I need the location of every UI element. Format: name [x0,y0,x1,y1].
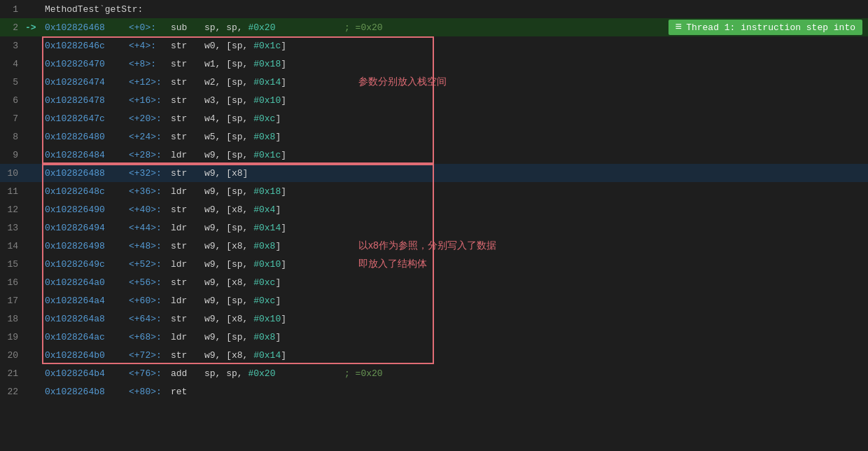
address: 0x102826484 [45,150,129,160]
mnemonic: ldr [171,223,204,233]
address: 0x10282648c [45,186,129,197]
line-content: 0x102826480<+24>:strw5, [sp, #0x8] [42,132,868,142]
mnemonic: str [171,132,204,142]
operands: w9, [sp, #0x14] [204,223,330,233]
code-line: 150x10282649c<+52>:ldrw9, [sp, #0x10]即放入… [0,255,868,273]
operands: w2, [sp, #0x14] [204,77,330,88]
line-number: 21 [0,368,25,379]
line-content: 0x102826474<+12>:strw2, [sp, #0x14]参数分别放… [42,76,868,88]
line-number: 13 [0,223,25,233]
line-number: 14 [0,241,25,251]
operands: w0, [sp, #0x1c] [204,41,330,51]
mnemonic: str [171,204,204,215]
mnemonic: ldr [171,332,204,342]
thread-menu-icon[interactable]: ≡ [676,21,682,34]
offset: <+28>: [129,150,171,160]
offset: <+24>: [129,132,171,142]
code-line: 210x1028264b4<+76>:addsp, sp, #0x20; =0x… [0,364,868,382]
line-number: 7 [0,113,25,124]
operands: w9, [x8, #0x10] [204,314,330,324]
line-number: 12 [0,204,25,215]
code-line: 80x102826480<+24>:strw5, [sp, #0x8] [0,127,868,146]
line-content: 0x1028264b8<+80>:ret [42,387,868,397]
offset: <+20>: [129,113,171,124]
mnemonic: sub [171,22,204,33]
thread-badge: ≡Thread 1: instruction step into [668,20,862,35]
mnemonic: ldr [171,150,204,160]
mnemonic: ret [171,387,204,397]
line-content: 0x1028264a0<+56>:strw9, [x8, #0xc] [42,277,868,288]
address: 0x102826468 [45,22,129,33]
address: 0x102826470 [45,59,129,69]
line-number: 8 [0,132,25,142]
line-number: 19 [0,332,25,342]
offset: <+16>: [129,95,171,106]
line-content: 0x102826468<+0>:subsp, sp, #0x20; =0x20≡… [42,20,868,35]
mnemonic: str [171,59,204,69]
address: 0x102826480 [45,132,129,142]
line-content: 0x1028264a4<+60>:ldrw9, [sp, #0xc] [42,296,868,306]
offset: <+44>: [129,223,171,233]
mnemonic: str [171,113,204,124]
offset: <+40>: [129,204,171,215]
code-line: 2->0x102826468<+0>:subsp, sp, #0x20; =0x… [0,18,868,36]
operands: w4, [sp, #0xc] [204,113,330,124]
operands: w3, [sp, #0x10] [204,95,330,106]
line-number: 17 [0,296,25,306]
line-content: 0x1028264ac<+68>:ldrw9, [sp, #0x8] [42,332,868,342]
line-number: 22 [0,387,25,397]
line-content: 0x102826498<+48>:strw9, [x8, #0x8]以x8作为参… [42,240,868,252]
offset: <+36>: [129,186,171,197]
address: 0x1028264a4 [45,296,129,306]
code-line: 50x102826474<+12>:strw2, [sp, #0x14]参数分别… [0,73,868,91]
offset: <+4>: [129,41,171,51]
offset: <+76>: [129,368,171,379]
line-number: 3 [0,41,25,51]
code-line: 200x1028264b0<+72>:strw9, [x8, #0x14] [0,346,868,364]
code-line: 1MethodTest`getStr: [0,0,868,18]
mnemonic: str [171,168,204,179]
mnemonic: str [171,241,204,251]
address: 0x102826490 [45,204,129,215]
offset: <+56>: [129,277,171,288]
line-number: 6 [0,95,25,106]
operands: w5, [sp, #0x8] [204,132,330,142]
offset: <+60>: [129,296,171,306]
line-number: 10 [0,168,25,179]
operands: sp, sp, #0x20 [204,22,330,33]
code-line: 140x102826498<+48>:strw9, [x8, #0x8]以x8作… [0,237,868,255]
annotation-text: 即放入了结构体 [358,258,427,270]
offset: <+8>: [129,59,171,69]
annotation-text: 以x8作为参照，分别写入了数据 [358,240,496,252]
address: 0x102826494 [45,223,129,233]
thread-label: Thread 1: instruction step into [686,22,855,33]
annotation-text: 参数分别放入栈空间 [358,76,447,88]
line-content: 0x1028264a8<+64>:strw9, [x8, #0x10] [42,314,868,324]
mnemonic: add [171,368,204,379]
line-content: 0x102826490<+40>:strw9, [x8, #0x4] [42,204,868,215]
line-content: 0x10282647c<+20>:strw4, [sp, #0xc] [42,113,868,124]
offset: <+72>: [129,350,171,361]
mnemonic: ldr [171,259,204,270]
offset: <+68>: [129,332,171,342]
line-number: 16 [0,277,25,288]
disassembly-view: 1MethodTest`getStr:2->0x102826468<+0>:su… [0,0,868,401]
line-content: MethodTest`getStr: [42,4,868,15]
operands: w9, [x8, #0x14] [204,350,330,361]
line-content: 0x102826494<+44>:ldrw9, [sp, #0x14] [42,223,868,233]
line-arrow: -> [25,22,42,33]
line-content: 0x102826470<+8>:strw1, [sp, #0x18] [42,59,868,69]
code-line: 220x1028264b8<+80>:ret [0,382,868,401]
address: 0x1028264b8 [45,387,129,397]
operands: w9, [sp, #0xc] [204,296,330,306]
line-number: 2 [0,22,25,33]
code-line: 90x102826484<+28>:ldrw9, [sp, #0x1c] [0,146,868,164]
comment: ; =0x20 [344,22,383,33]
line-content: 0x10282646c<+4>:strw0, [sp, #0x1c] [42,41,868,51]
code-line: 180x1028264a8<+64>:strw9, [x8, #0x10] [0,310,868,328]
offset: <+80>: [129,387,171,397]
mnemonic: ldr [171,186,204,197]
code-line: 30x10282646c<+4>:strw0, [sp, #0x1c] [0,36,868,55]
mnemonic: ldr [171,296,204,306]
line-content: 0x10282648c<+36>:ldrw9, [sp, #0x18] [42,186,868,197]
